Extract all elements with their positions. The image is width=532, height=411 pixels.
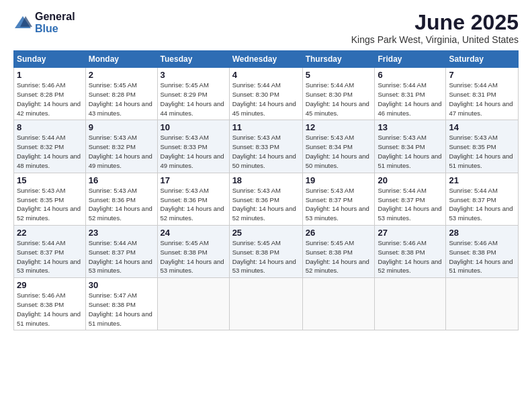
day-number: 10 [161,122,226,132]
table-cell: 10 Sunrise: 5:43 AMSunset: 8:33 PMDaylig… [157,120,229,173]
table-row: 15 Sunrise: 5:43 AMSunset: 8:35 PMDaylig… [14,173,519,225]
table-cell: 26 Sunrise: 5:45 AMSunset: 8:38 PMDaylig… [302,225,375,277]
table-cell: 13 Sunrise: 5:43 AMSunset: 8:34 PMDaylig… [375,120,446,173]
day-info: Sunrise: 5:43 AMSunset: 8:33 PMDaylight:… [161,134,224,169]
day-info: Sunrise: 5:45 AMSunset: 8:29 PMDaylight:… [161,81,224,116]
table-cell: 11 Sunrise: 5:43 AMSunset: 8:33 PMDaylig… [229,120,302,173]
table-row: 1 Sunrise: 5:46 AMSunset: 8:28 PMDayligh… [14,68,519,120]
col-saturday: Saturday [446,51,519,68]
header-row: Sunday Monday Tuesday Wednesday Thursday… [14,51,519,68]
day-info: Sunrise: 5:45 AMSunset: 8:28 PMDaylight:… [89,81,152,116]
table-cell: 2 Sunrise: 5:45 AMSunset: 8:28 PMDayligh… [85,68,157,120]
day-info: Sunrise: 5:46 AMSunset: 8:38 PMDaylight:… [449,239,513,274]
table-cell [302,278,375,330]
day-number: 9 [89,122,154,132]
day-info: Sunrise: 5:44 AMSunset: 8:37 PMDaylight:… [89,239,152,274]
header: General Blue June 2025 Kings Park West, … [13,11,519,45]
day-number: 5 [306,70,372,80]
day-number: 19 [306,175,372,185]
title-block: June 2025 Kings Park West, Virginia, Uni… [351,11,519,45]
table-cell: 14 Sunrise: 5:43 AMSunset: 8:35 PMDaylig… [446,120,519,173]
table-cell: 22 Sunrise: 5:44 AMSunset: 8:37 PMDaylig… [14,225,86,277]
day-info: Sunrise: 5:43 AMSunset: 8:33 PMDaylight:… [232,134,296,169]
day-info: Sunrise: 5:43 AMSunset: 8:36 PMDaylight:… [161,187,224,222]
day-number: 12 [306,122,372,132]
logo-text: General Blue [35,11,75,34]
day-number: 6 [378,70,443,80]
day-number: 25 [232,228,300,238]
logo-general: General [35,11,75,23]
day-number: 14 [449,122,515,132]
table-cell: 8 Sunrise: 5:44 AMSunset: 8:32 PMDayligh… [14,120,86,173]
day-number: 1 [17,70,83,80]
table-cell: 1 Sunrise: 5:46 AMSunset: 8:28 PMDayligh… [14,68,86,120]
day-info: Sunrise: 5:44 AMSunset: 8:31 PMDaylight:… [449,81,513,116]
day-number: 4 [232,70,300,80]
day-info: Sunrise: 5:44 AMSunset: 8:37 PMDaylight:… [378,187,441,222]
day-info: Sunrise: 5:45 AMSunset: 8:38 PMDaylight:… [232,239,296,274]
col-tuesday: Tuesday [157,51,229,68]
day-info: Sunrise: 5:43 AMSunset: 8:35 PMDaylight:… [449,134,513,169]
day-info: Sunrise: 5:43 AMSunset: 8:35 PMDaylight:… [17,187,81,222]
table-row: 29 Sunrise: 5:46 AMSunset: 8:38 PMDaylig… [14,278,519,330]
day-info: Sunrise: 5:45 AMSunset: 8:38 PMDaylight:… [161,239,224,274]
calendar-table: Sunday Monday Tuesday Wednesday Thursday… [13,50,519,330]
table-cell: 24 Sunrise: 5:45 AMSunset: 8:38 PMDaylig… [157,225,229,277]
table-cell: 23 Sunrise: 5:44 AMSunset: 8:37 PMDaylig… [85,225,157,277]
day-number: 2 [89,70,154,80]
day-number: 26 [306,228,372,238]
table-cell: 3 Sunrise: 5:45 AMSunset: 8:29 PMDayligh… [157,68,229,120]
logo: General Blue [13,11,75,34]
col-wednesday: Wednesday [229,51,302,68]
day-info: Sunrise: 5:43 AMSunset: 8:34 PMDaylight:… [306,134,369,169]
table-cell [229,278,302,330]
day-info: Sunrise: 5:43 AMSunset: 8:34 PMDaylight:… [378,134,441,169]
table-cell [446,278,519,330]
day-info: Sunrise: 5:44 AMSunset: 8:32 PMDaylight:… [17,134,81,169]
table-cell: 25 Sunrise: 5:45 AMSunset: 8:38 PMDaylig… [229,225,302,277]
day-info: Sunrise: 5:46 AMSunset: 8:38 PMDaylight:… [17,291,81,326]
day-info: Sunrise: 5:46 AMSunset: 8:28 PMDaylight:… [17,81,81,116]
day-number: 24 [161,228,226,238]
table-cell: 27 Sunrise: 5:46 AMSunset: 8:38 PMDaylig… [375,225,446,277]
day-number: 23 [89,228,154,238]
table-cell: 17 Sunrise: 5:43 AMSunset: 8:36 PMDaylig… [157,173,229,225]
day-info: Sunrise: 5:44 AMSunset: 8:31 PMDaylight:… [378,81,441,116]
day-info: Sunrise: 5:44 AMSunset: 8:37 PMDaylight:… [449,187,513,222]
logo-icon [13,13,32,32]
day-info: Sunrise: 5:45 AMSunset: 8:38 PMDaylight:… [306,239,369,274]
table-cell [157,278,229,330]
day-info: Sunrise: 5:43 AMSunset: 8:36 PMDaylight:… [89,187,152,222]
day-info: Sunrise: 5:46 AMSunset: 8:38 PMDaylight:… [378,239,441,274]
table-cell: 4 Sunrise: 5:44 AMSunset: 8:30 PMDayligh… [229,68,302,120]
day-number: 27 [378,228,443,238]
col-friday: Friday [375,51,446,68]
day-number: 28 [449,228,515,238]
day-number: 8 [17,122,83,132]
day-number: 30 [89,280,154,290]
day-number: 18 [232,175,300,185]
table-cell: 19 Sunrise: 5:43 AMSunset: 8:37 PMDaylig… [302,173,375,225]
day-info: Sunrise: 5:43 AMSunset: 8:32 PMDaylight:… [89,134,152,169]
col-thursday: Thursday [302,51,375,68]
table-row: 22 Sunrise: 5:44 AMSunset: 8:37 PMDaylig… [14,225,519,277]
day-info: Sunrise: 5:44 AMSunset: 8:37 PMDaylight:… [17,239,81,274]
day-number: 7 [449,70,515,80]
day-number: 16 [89,175,154,185]
day-info: Sunrise: 5:44 AMSunset: 8:30 PMDaylight:… [306,81,369,116]
day-info: Sunrise: 5:47 AMSunset: 8:38 PMDaylight:… [89,291,152,326]
table-cell: 29 Sunrise: 5:46 AMSunset: 8:38 PMDaylig… [14,278,86,330]
table-cell: 9 Sunrise: 5:43 AMSunset: 8:32 PMDayligh… [85,120,157,173]
day-number: 3 [161,70,226,80]
table-cell: 16 Sunrise: 5:43 AMSunset: 8:36 PMDaylig… [85,173,157,225]
day-number: 11 [232,122,300,132]
table-cell: 15 Sunrise: 5:43 AMSunset: 8:35 PMDaylig… [14,173,86,225]
col-monday: Monday [85,51,157,68]
table-cell: 12 Sunrise: 5:43 AMSunset: 8:34 PMDaylig… [302,120,375,173]
table-cell: 20 Sunrise: 5:44 AMSunset: 8:37 PMDaylig… [375,173,446,225]
day-number: 15 [17,175,83,185]
table-cell: 21 Sunrise: 5:44 AMSunset: 8:37 PMDaylig… [446,173,519,225]
day-number: 22 [17,228,83,238]
day-info: Sunrise: 5:44 AMSunset: 8:30 PMDaylight:… [232,81,296,116]
main-title: June 2025 [351,11,519,34]
